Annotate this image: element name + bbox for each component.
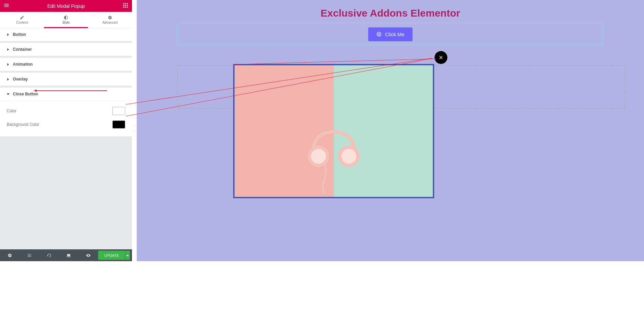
svg-point-10: [311, 149, 326, 164]
collapse-handle[interactable]: ‹: [132, 126, 137, 136]
apps-icon[interactable]: [123, 2, 129, 10]
panel-body: Button Container Animation Overlay Close…: [0, 28, 132, 261]
navigator-icon[interactable]: [20, 249, 39, 261]
svg-rect-7: [125, 6, 126, 7]
pencil-icon: [20, 15, 24, 20]
section-frame[interactable]: Click Me: [177, 24, 603, 44]
svg-rect-0: [123, 3, 124, 4]
settings-icon[interactable]: [0, 249, 20, 261]
caret-icon: [7, 63, 9, 66]
preview-canvas: Exclusive Addons Elementor Click Me: [137, 0, 644, 261]
accordion-close-button[interactable]: Close Button Color Background Color: [0, 88, 132, 136]
editor-sidebar: Edit Modal Popup Content Style Advanced …: [0, 0, 132, 261]
svg-rect-6: [123, 6, 124, 7]
caret-icon: [7, 93, 9, 95]
svg-rect-3: [123, 5, 124, 6]
control-label: Background Color: [7, 122, 39, 127]
caret-icon: [7, 33, 9, 36]
accordion-label: Button: [13, 32, 26, 37]
menu-icon[interactable]: [3, 2, 9, 10]
tab-label: Content: [16, 21, 28, 24]
color-swatch-color[interactable]: [112, 107, 125, 115]
caret-icon: [7, 78, 9, 81]
bottom-bar: UPDATE: [0, 249, 132, 261]
accordion-label: Animation: [13, 62, 33, 67]
tab-advanced[interactable]: Advanced: [88, 12, 132, 28]
wordpress-icon: [376, 31, 382, 37]
contrast-icon: [64, 15, 68, 20]
accordion-label: Close Button: [13, 92, 38, 96]
preview-icon[interactable]: [79, 249, 98, 261]
svg-rect-5: [127, 5, 128, 6]
accordion-container[interactable]: Container: [0, 43, 132, 56]
color-swatch-bg[interactable]: [112, 120, 125, 129]
sidebar-header: Edit Modal Popup: [0, 0, 132, 12]
accordion-content: Color Background Color: [0, 100, 132, 136]
accordion-overlay[interactable]: Overlay: [0, 73, 132, 86]
modal-close-button[interactable]: [435, 51, 447, 64]
update-button: UPDATE: [98, 251, 130, 260]
tab-style[interactable]: Style: [44, 12, 88, 28]
control-color: Color: [7, 104, 125, 118]
editor-tabs: Content Style Advanced: [0, 12, 132, 28]
tab-content[interactable]: Content: [0, 12, 44, 28]
modal-preview[interactable]: [233, 64, 434, 198]
svg-rect-2: [127, 3, 128, 4]
page-title: Exclusive Addons Elementor: [137, 0, 644, 22]
history-icon[interactable]: [39, 249, 59, 261]
svg-point-12: [341, 149, 356, 164]
update-dropdown[interactable]: [125, 251, 130, 260]
control-label: Color: [7, 109, 17, 113]
responsive-icon[interactable]: [59, 249, 79, 261]
headphones-illustration: [305, 112, 362, 194]
click-me-button[interactable]: Click Me: [368, 27, 413, 41]
accordion-button[interactable]: Button: [0, 28, 132, 41]
control-bg-color: Background Color: [7, 118, 125, 131]
tab-label: Style: [62, 21, 70, 24]
header-title: Edit Modal Popup: [47, 3, 85, 9]
gear-icon: [108, 15, 112, 20]
tab-label: Advanced: [103, 21, 117, 24]
accordion-animation[interactable]: Animation: [0, 58, 132, 71]
accordion-label: Overlay: [13, 77, 28, 82]
svg-rect-8: [127, 6, 128, 7]
caret-icon: [7, 48, 9, 51]
update-main[interactable]: UPDATE: [98, 251, 125, 260]
close-icon: [439, 55, 443, 60]
click-me-label: Click Me: [385, 31, 405, 37]
svg-rect-1: [125, 3, 126, 4]
svg-rect-4: [125, 5, 126, 6]
accordion-label: Container: [13, 47, 32, 52]
